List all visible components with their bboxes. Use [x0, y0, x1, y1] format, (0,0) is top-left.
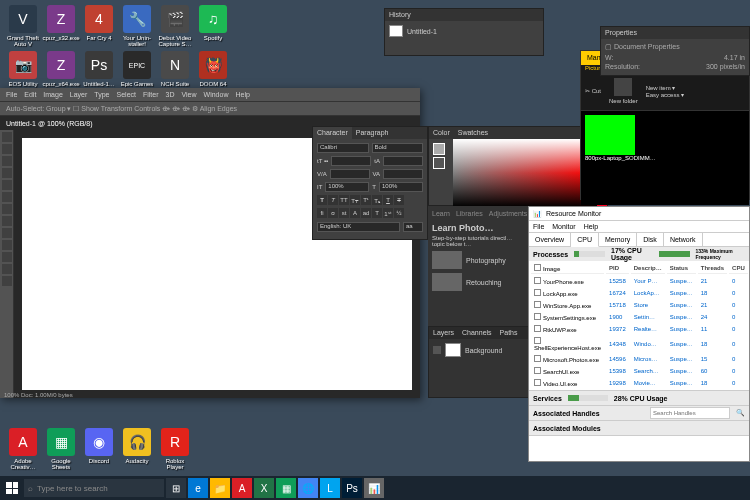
- t1-button[interactable]: T: [372, 208, 382, 218]
- marquee-tool-icon[interactable]: [2, 144, 12, 154]
- modules-header[interactable]: Associated Modules: [529, 421, 749, 435]
- strike-button[interactable]: T: [394, 195, 404, 205]
- table-row[interactable]: SystemSettings.exe1900Settin…Suspe…240: [531, 312, 748, 322]
- ribbon-cut[interactable]: ✂ Cut: [585, 87, 601, 94]
- menu-layer[interactable]: Layer: [70, 91, 88, 98]
- taskbar-search[interactable]: ⌕Type here to search: [24, 479, 164, 497]
- ribbon-new-folder[interactable]: New folder: [609, 78, 638, 104]
- explorer-content[interactable]: 800px-Laptop_SODIMM…: [581, 111, 749, 205]
- subscript-button[interactable]: T₁: [372, 195, 382, 205]
- tab-layers[interactable]: Layers: [429, 327, 458, 339]
- desktop-icon[interactable]: Zcpuz_x32.exe: [43, 5, 79, 49]
- services-header[interactable]: Services28% CPU Usage: [529, 391, 749, 405]
- menu-select[interactable]: Select: [117, 91, 136, 98]
- desktop-icon[interactable]: VGrand Theft Auto V: [5, 5, 41, 49]
- aa-select[interactable]: aa: [403, 222, 423, 232]
- start-button[interactable]: [2, 478, 22, 498]
- tab-color[interactable]: Color: [429, 127, 454, 139]
- move-tool-icon[interactable]: [2, 132, 12, 142]
- hscale-input[interactable]: 100%: [379, 182, 423, 192]
- tab-paragraph[interactable]: Paragraph: [352, 127, 393, 139]
- resource-monitor-window[interactable]: 📊Resource Monitor FileMonitorHelp Overvi…: [528, 206, 750, 462]
- menu-monitor[interactable]: Monitor: [552, 223, 575, 230]
- tab-swatches[interactable]: Swatches: [454, 127, 492, 139]
- file-thumb-icon[interactable]: [585, 115, 635, 155]
- font-style-select[interactable]: Bold: [372, 143, 424, 153]
- history-doc-name[interactable]: Untitled-1: [407, 28, 437, 35]
- type-tool-icon[interactable]: [2, 240, 12, 250]
- menu-file[interactable]: File: [6, 91, 17, 98]
- italic-button[interactable]: T: [328, 195, 338, 205]
- table-row[interactable]: SearchUI.exe15398Search…Suspe…600: [531, 366, 748, 376]
- background-color-icon[interactable]: [433, 157, 445, 169]
- half-button[interactable]: ½: [394, 208, 404, 218]
- language-select[interactable]: English: UK: [317, 222, 400, 232]
- ad-button[interactable]: ad: [361, 208, 371, 218]
- taskbar-app[interactable]: 📊: [364, 478, 384, 498]
- table-row[interactable]: LockApp.exe16724LockAp…Suspe…180: [531, 288, 748, 298]
- taskbar-app[interactable]: Ps: [342, 478, 362, 498]
- table-row[interactable]: YourPhone.exe15258Your P…Suspe…210: [531, 276, 748, 286]
- brush-tool-icon[interactable]: [2, 192, 12, 202]
- desktop-icon[interactable]: 🎧Audacity: [119, 428, 155, 472]
- tab-overview[interactable]: Overview: [529, 233, 571, 246]
- desktop-icon[interactable]: 🔧Your Unin-staller!: [119, 5, 155, 49]
- menu-filter[interactable]: Filter: [143, 91, 159, 98]
- tab-learn[interactable]: Learn: [432, 210, 450, 217]
- search-handles-input[interactable]: [650, 407, 730, 419]
- table-row[interactable]: Microsoft.Photos.exe14596Micros…Suspe…15…: [531, 354, 748, 364]
- taskbar-app[interactable]: e: [188, 478, 208, 498]
- smallcaps-button[interactable]: Tᴛ: [350, 195, 360, 205]
- desktop-icon[interactable]: 🎬Debut Video Capture S…: [157, 5, 193, 49]
- clone-tool-icon[interactable]: [2, 204, 12, 214]
- ribbon-new-item[interactable]: New item ▾: [646, 84, 684, 91]
- menu-file[interactable]: File: [533, 223, 544, 230]
- menu-view[interactable]: View: [182, 91, 197, 98]
- sigma-button[interactable]: σ: [328, 208, 338, 218]
- menu-type[interactable]: Type: [94, 91, 109, 98]
- taskbar-app[interactable]: ▦: [276, 478, 296, 498]
- search-icon[interactable]: 🔍: [736, 409, 745, 417]
- menu-help[interactable]: Help: [235, 91, 249, 98]
- menu-window[interactable]: Window: [204, 91, 229, 98]
- taskbar-app[interactable]: X: [254, 478, 274, 498]
- table-row[interactable]: WinStore.App.exe15718StoreSuspe…210: [531, 300, 748, 310]
- tab-channels[interactable]: Channels: [458, 327, 496, 339]
- desktop-icon[interactable]: ◉Discord: [81, 428, 117, 472]
- a-button[interactable]: A: [350, 208, 360, 218]
- tab-adjustments[interactable]: Adjustments: [489, 210, 528, 217]
- photoshop-options-bar[interactable]: Auto-Select: Group ▾ ☐ Show Transform Co…: [0, 102, 420, 116]
- tab-libraries[interactable]: Libraries: [456, 210, 483, 217]
- task-view-icon[interactable]: ⊞: [166, 478, 186, 498]
- pen-tool-icon[interactable]: [2, 252, 12, 262]
- font-size-input[interactable]: [331, 156, 371, 166]
- taskbar-app[interactable]: 📁: [210, 478, 230, 498]
- table-row[interactable]: ShellExperienceHost.exe14348Windo…Suspe……: [531, 336, 748, 352]
- tracking-input[interactable]: [383, 169, 423, 179]
- bold-button[interactable]: T: [317, 195, 327, 205]
- taskbar-app[interactable]: A: [232, 478, 252, 498]
- menu-image[interactable]: Image: [43, 91, 62, 98]
- tab-memory[interactable]: Memory: [599, 233, 637, 246]
- foreground-color-icon[interactable]: [433, 143, 445, 155]
- properties-panel[interactable]: Properties ▢ Document Properties W:4.17 …: [600, 26, 750, 76]
- underline-button[interactable]: T: [383, 195, 393, 205]
- zoom-tool-icon[interactable]: [2, 276, 12, 286]
- taskbar-app[interactable]: L: [320, 478, 340, 498]
- crop-tool-icon[interactable]: [2, 168, 12, 178]
- desktop-icon[interactable]: ▦Google Sheets: [43, 428, 79, 472]
- superscript-button[interactable]: T¹: [361, 195, 371, 205]
- desktop-icon[interactable]: ♫Spotify: [195, 5, 231, 49]
- eraser-tool-icon[interactable]: [2, 216, 12, 226]
- kerning-input[interactable]: [330, 169, 370, 179]
- visibility-icon[interactable]: [433, 346, 441, 354]
- table-row[interactable]: RtkUWP.exe19372Realte…Suspe…110: [531, 324, 748, 334]
- character-panel[interactable]: Character Paragraph CalibriBold tT ▪▪tA …: [312, 126, 428, 240]
- color-spectrum[interactable]: [453, 139, 597, 207]
- st-button[interactable]: st: [339, 208, 349, 218]
- desktop-icon[interactable]: 4Far Cry 4: [81, 5, 117, 49]
- vscale-input[interactable]: 100%: [325, 182, 369, 192]
- font-family-select[interactable]: Calibri: [317, 143, 369, 153]
- tab-network[interactable]: Network: [664, 233, 703, 246]
- menu-3d[interactable]: 3D: [166, 91, 175, 98]
